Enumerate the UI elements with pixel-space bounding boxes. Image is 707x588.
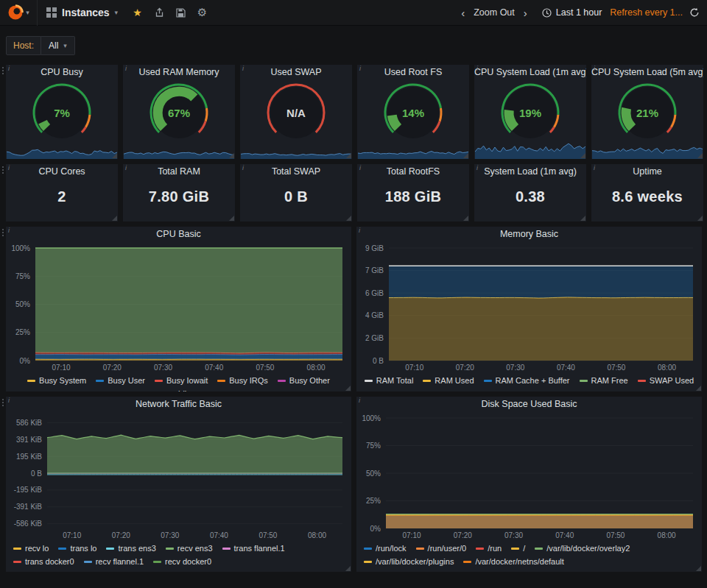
legend-item[interactable]: RAM Cache + Buffer (484, 375, 570, 386)
panel-resize-handle[interactable] (463, 216, 468, 221)
panel-title[interactable]: Used SWAP (240, 65, 352, 80)
memory-basic-chart[interactable]: 0 B2 GiB4 GiB6 GiB7 GiB9 GiB07:1007:2007… (356, 242, 702, 374)
panel-info-icon[interactable]: i (359, 164, 361, 171)
row-drag-handle[interactable] (1, 67, 4, 79)
panel-resize-handle[interactable] (346, 153, 351, 158)
legend-item[interactable]: /var/lib/docker/overlay2 (535, 542, 630, 554)
panel-title[interactable]: Disk Space Used Basic (356, 397, 702, 412)
panel-info-icon[interactable]: i (476, 164, 478, 171)
row-drag-handle[interactable] (1, 229, 4, 241)
legend-item[interactable]: RAM Free (580, 375, 628, 386)
panel-resize-handle[interactable] (112, 153, 117, 158)
save-icon[interactable] (176, 8, 186, 18)
zoom-out-button[interactable]: Zoom Out (474, 7, 515, 18)
legend-item[interactable]: recv lo (13, 542, 49, 554)
panel-resize-handle[interactable] (580, 153, 585, 158)
panel-title[interactable]: Uptime (591, 164, 703, 180)
legend-item[interactable]: trans lo (58, 542, 96, 554)
panel-info-icon[interactable]: i (8, 65, 10, 72)
panel-title[interactable]: Total RAM (123, 164, 235, 180)
panel-title[interactable]: CPU Cores (6, 164, 118, 180)
panel-resize-handle[interactable] (345, 566, 351, 571)
panel-resize-handle[interactable] (697, 216, 703, 221)
legend-item[interactable]: recv flannel.1 (84, 556, 144, 567)
legend-item[interactable]: trans docker0 (13, 556, 74, 567)
grafana-logo-button[interactable]: ▾ (0, 0, 37, 26)
legend-item[interactable]: trans ens3 (106, 542, 155, 554)
settings-gear-icon[interactable]: ⚙ (197, 6, 207, 19)
legend-item[interactable]: SWAP Used (638, 375, 694, 386)
row-drag-handle[interactable] (1, 399, 4, 411)
svg-text:50%: 50% (366, 470, 381, 478)
panel-resize-handle[interactable] (580, 216, 585, 221)
panel-info-icon[interactable]: i (359, 65, 361, 72)
panel-title[interactable]: CPU System Load (5m avg) (591, 65, 703, 80)
panel-title[interactable]: Network Traffic Basic (6, 397, 351, 412)
refresh-icon[interactable] (689, 7, 700, 18)
panel-info-icon[interactable]: i (594, 65, 595, 72)
legend-item[interactable]: / (511, 542, 525, 554)
time-shift-right-icon[interactable]: › (521, 7, 530, 18)
panel-info-icon[interactable]: i (125, 65, 127, 72)
panel-title[interactable]: System Load (1m avg) (474, 164, 586, 180)
panel-resize-handle[interactable] (229, 153, 234, 158)
legend-item[interactable]: trans flannel.1 (222, 542, 285, 554)
legend-item[interactable]: Busy Other (278, 375, 330, 386)
panel-resize-handle[interactable] (696, 566, 701, 571)
panel-title[interactable]: CPU Basic (6, 227, 351, 242)
panel-info-icon[interactable]: i (359, 227, 360, 234)
legend-item[interactable]: /run (476, 542, 502, 554)
panel-info-icon[interactable]: i (8, 397, 10, 404)
panel-resize-handle[interactable] (463, 153, 468, 158)
time-range-picker[interactable]: Last 1 hour (542, 7, 602, 18)
panel-info-icon[interactable]: i (242, 164, 244, 171)
panel-resize-handle[interactable] (345, 386, 351, 391)
panel-resize-handle[interactable] (229, 216, 234, 221)
panel-title[interactable]: Used Root FS (357, 65, 469, 80)
panel-info-icon[interactable]: i (242, 65, 244, 72)
panel-info-icon[interactable]: i (359, 397, 360, 404)
panel-title[interactable]: CPU Busy (6, 65, 118, 80)
time-shift-left-icon[interactable]: ‹ (459, 7, 467, 18)
legend-swatch-icon (217, 380, 225, 382)
panel-resize-handle[interactable] (696, 386, 701, 391)
host-variable-dropdown[interactable]: All ▾ (41, 36, 75, 55)
legend-item[interactable]: Busy IRQs (217, 375, 268, 386)
panel-info-icon[interactable]: i (8, 227, 10, 234)
panel-title[interactable]: CPU System Load (1m avg) (474, 65, 586, 80)
network-traffic-chart[interactable]: -586 KiB-391 KiB-195 KiB0 B195 KiB391 Ki… (6, 412, 351, 542)
star-icon[interactable]: ★ (133, 7, 142, 18)
disk-space-chart[interactable]: 0%25%50%75%100%07:1007:2007:3007:4007:50… (356, 412, 702, 542)
legend-item[interactable]: /run/user/0 (416, 542, 467, 554)
legend-item[interactable]: /run/lock (364, 542, 407, 554)
panel-resize-handle[interactable] (112, 216, 117, 221)
legend-item[interactable]: recv docker0 (153, 556, 211, 567)
dashboard-picker[interactable]: Instances ▾ (38, 0, 127, 26)
panel-info-icon[interactable]: i (8, 164, 10, 171)
panel-resize-handle[interactable] (697, 153, 703, 158)
cpu-basic-chart[interactable]: 0%25%50%75%100%07:1007:2007:3007:4007:50… (6, 242, 351, 374)
row-drag-handle[interactable] (1, 166, 4, 178)
panel-info-icon[interactable]: i (476, 65, 478, 72)
legend-item[interactable]: recv ens3 (166, 542, 213, 554)
legend-item[interactable]: RAM Total (365, 375, 414, 386)
panel-title[interactable]: Used RAM Memory (123, 65, 235, 80)
legend-item[interactable]: Busy Iowait (155, 375, 208, 386)
panel-info-icon[interactable]: i (125, 164, 127, 171)
panel-info-icon[interactable]: i (594, 164, 595, 171)
panel-title[interactable]: Total SWAP (240, 164, 352, 180)
legend-item[interactable]: /var/lib/docker/plugins (364, 556, 454, 567)
legend-item[interactable]: RAM Used (423, 375, 474, 386)
panel-resize-handle[interactable] (346, 216, 351, 221)
panel-title[interactable]: Total RootFS (357, 164, 469, 180)
row-network-disk: i Network Traffic Basic -586 KiB-391 KiB… (6, 397, 707, 572)
share-icon[interactable] (154, 7, 164, 18)
legend-item[interactable]: Idle (166, 388, 191, 392)
legend-item[interactable]: /var/docker/netns/default (463, 556, 563, 567)
legend-item[interactable]: Busy System (27, 375, 86, 386)
svg-text:07:30: 07:30 (506, 364, 524, 372)
panel-title[interactable]: Memory Basic (356, 227, 702, 242)
refresh-interval-button[interactable]: Refresh every 1... (610, 7, 683, 18)
stat-value: 7.80 GiB (123, 188, 235, 205)
legend-item[interactable]: Busy User (96, 375, 145, 386)
